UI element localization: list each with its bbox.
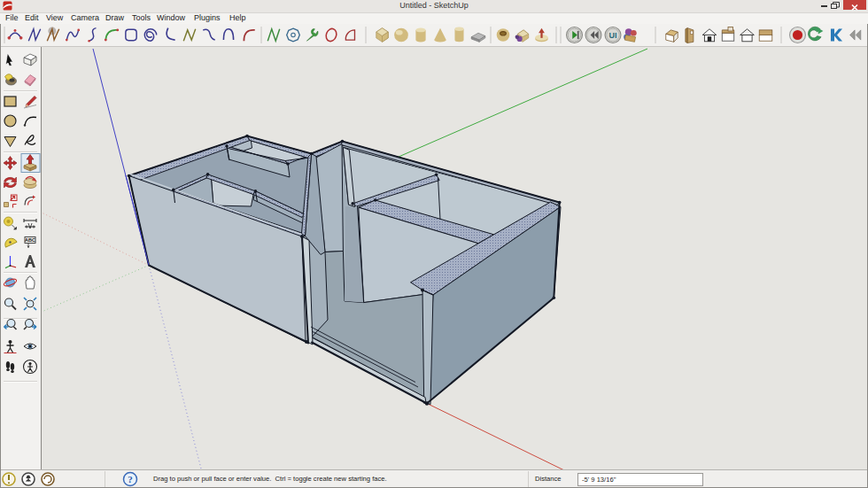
svg-text:ABC: ABC (25, 237, 35, 243)
svg-text:UI: UI (609, 31, 617, 40)
svg-text:?: ? (128, 474, 133, 484)
